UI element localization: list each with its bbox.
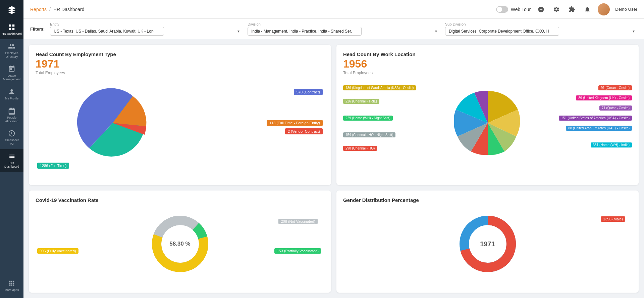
employment-type-subtitle: Total Employees bbox=[36, 71, 324, 75]
svg-rect-3 bbox=[12, 28, 14, 30]
usa-label: 151 (United States of America (USA) - On… bbox=[559, 115, 632, 121]
sidebar-item-people-allocation[interactable]: PeopleAllocation bbox=[0, 104, 23, 127]
puzzle-icon[interactable] bbox=[567, 4, 577, 14]
svg-rect-0 bbox=[9, 25, 11, 27]
svg-rect-2 bbox=[9, 28, 11, 30]
dashboard-content: Head Count By Employment Type 1971 Total… bbox=[23, 39, 644, 298]
header-actions: Web Tour Demo User bbox=[496, 3, 637, 15]
settings-icon[interactable] bbox=[551, 4, 561, 14]
breadcrumb: Reports / HR Dashboard bbox=[30, 7, 85, 12]
avatar[interactable] bbox=[598, 3, 610, 15]
breadcrumb-current: HR Dashboard bbox=[53, 7, 85, 12]
web-tour-section: Web Tour bbox=[496, 6, 531, 13]
web-tour-toggle[interactable] bbox=[496, 6, 508, 13]
fully-vaccinated-label: 996 (Fully Vaccinated) bbox=[37, 248, 78, 254]
sidebar-item-hr-dashboard[interactable]: HR Dashboard bbox=[0, 20, 23, 39]
not-vaccinated-label: 208 (Not Vaccinated) bbox=[278, 218, 318, 224]
work-location-title: Head Count By Work Location bbox=[343, 51, 632, 57]
main-content: Reports / HR Dashboard Web Tour bbox=[23, 0, 644, 298]
sidebar-logo[interactable] bbox=[0, 0, 23, 20]
sidebar: HR Dashboard EmployeeDirectory LeaveMana… bbox=[0, 0, 23, 298]
male-label: 1396 (Male) bbox=[601, 216, 625, 222]
user-name[interactable]: Demo User bbox=[615, 7, 637, 12]
header: Reports / HR Dashboard Web Tour bbox=[23, 0, 644, 19]
entity-select-wrapper: US - Texas, US - Dallas, Saudi Arabia, K… bbox=[50, 27, 242, 36]
sidebar-label: More apps bbox=[5, 288, 19, 292]
sidebar-item-employee-directory[interactable]: EmployeeDirectory bbox=[0, 39, 23, 62]
fulltime-foreign-label: 113 (Full Time - Foreign Entity) bbox=[267, 120, 323, 126]
vendor-label: 2 (Vendor Contract) bbox=[285, 128, 323, 134]
entity-select[interactable]: US - Texas, US - Dallas, Saudi Arabia, K… bbox=[50, 27, 164, 36]
vaccination-title: Covid-19 Vaccination Rate bbox=[36, 197, 324, 203]
oman-label: 91 (Oman - Onsite) bbox=[598, 84, 632, 90]
work-location-total: 1956 bbox=[343, 58, 632, 69]
ksa-label: 186 (Kingdom of Saudi Arabia (KSA) - Ons… bbox=[343, 84, 416, 90]
notification-icon[interactable] bbox=[582, 4, 592, 14]
sidebar-label: LeaveManagement bbox=[3, 74, 21, 81]
gender-center-value: 1971 bbox=[480, 240, 495, 248]
sidebar-label: EmployeeDirectory bbox=[5, 51, 18, 59]
work-location-chart-area: 186 (Kingdom of Saudi Arabia (KSA) - Ons… bbox=[343, 79, 632, 173]
subdiv-filter-group: Sub Division Digital Services, Corporate… bbox=[445, 22, 637, 36]
avatar-image bbox=[598, 3, 610, 15]
sidebar-item-my-profile[interactable]: My Profile bbox=[0, 85, 23, 104]
svg-rect-1 bbox=[12, 25, 14, 27]
employment-pie-chart bbox=[76, 86, 150, 160]
division-select[interactable]: India - Management, India - Practice, In… bbox=[248, 27, 362, 36]
uk-label: 89 (United Kingdom (UK) - Onsite) bbox=[576, 94, 632, 100]
vaccination-chart-area: 58.30 % 996 (Fully Vaccinated) 208 (Not … bbox=[36, 207, 324, 281]
entity-filter-group: Entity US - Texas, US - Dallas, Saudi Ar… bbox=[50, 22, 242, 36]
gender-card: Gender Distribution Percentage 1971 1396… bbox=[336, 190, 639, 293]
subdiv-select-wrapper: Digital Services, Corporate Development … bbox=[445, 27, 637, 36]
home-night-label: 229 (Home (WH) - Night Shift) bbox=[343, 115, 393, 121]
breadcrumb-separator: / bbox=[49, 7, 51, 12]
work-location-subtitle: Total Employees bbox=[343, 71, 632, 75]
division-filter-group: Division India - Management, India - Pra… bbox=[248, 22, 440, 36]
employment-type-title: Head Count By Employment Type bbox=[36, 51, 324, 57]
division-label: Division bbox=[248, 22, 440, 26]
add-icon[interactable] bbox=[536, 4, 546, 14]
breadcrumb-parent[interactable]: Reports bbox=[30, 7, 47, 12]
qatar-label: 71 (Qatar - Onsite) bbox=[599, 104, 632, 111]
home-india-label: 381 (Home (WH) - India) bbox=[591, 141, 632, 147]
sidebar-item-hr-dashboard-2[interactable]: HRDashboard bbox=[0, 149, 23, 172]
work-location-pie bbox=[454, 89, 521, 157]
sidebar-item-leave-management[interactable]: LeaveManagement bbox=[0, 62, 23, 85]
filters-label: Filters: bbox=[30, 27, 45, 32]
subdiv-select[interactable]: Digital Services, Corporate Development … bbox=[445, 27, 559, 36]
employment-type-chart-area: 570 (Contract) 113 (Full Time - Foreign … bbox=[36, 79, 324, 173]
division-select-wrapper: India - Management, India - Practice, In… bbox=[248, 27, 440, 36]
gender-chart-area: 1971 1396 (Male) bbox=[343, 207, 632, 281]
sidebar-label: My Profile bbox=[5, 97, 18, 100]
uae-label: 88 (United Arab Emirates (UAE) - Onsite) bbox=[566, 125, 632, 131]
partial-vaccinated-label: 153 (Partially Vaccinated) bbox=[274, 248, 321, 254]
sidebar-item-timesheet[interactable]: TimesheetV2 bbox=[0, 126, 23, 149]
employment-type-total: 1971 bbox=[36, 58, 324, 69]
employment-type-card: Head Count By Employment Type 1971 Total… bbox=[29, 45, 331, 185]
fulltime-label: 1286 (Full Time) bbox=[37, 162, 69, 168]
contract-label: 570 (Contract) bbox=[294, 89, 323, 95]
vaccination-card: Covid-19 Vaccination Rate 58.30 % 996 ( bbox=[29, 190, 331, 293]
subdiv-label: Sub Division bbox=[445, 22, 637, 26]
chennai-ho-night-label: 154 (Chennai - HO - Night Shift) bbox=[343, 131, 395, 137]
gender-title: Gender Distribution Percentage bbox=[343, 197, 632, 203]
sidebar-label: HRDashboard bbox=[4, 161, 19, 169]
web-tour-label: Web Tour bbox=[511, 7, 531, 12]
vaccination-center-text: 58.30 % bbox=[169, 241, 190, 247]
sidebar-label: HR Dashboard bbox=[2, 32, 22, 36]
filters-bar: Filters: Entity US - Texas, US - Dallas,… bbox=[23, 19, 644, 39]
entity-label: Entity bbox=[50, 22, 242, 26]
chennai-tril-label: 226 (Chennai - TRIL) bbox=[343, 98, 379, 104]
work-location-card: Head Count By Work Location 1956 Total E… bbox=[336, 45, 639, 185]
chennai-ho-label: 290 (Chennai - HO) bbox=[343, 145, 377, 151]
sidebar-label: PeopleAllocation bbox=[5, 116, 18, 123]
sidebar-item-more-apps[interactable]: More apps bbox=[0, 276, 23, 295]
sidebar-label: TimesheetV2 bbox=[5, 138, 19, 146]
